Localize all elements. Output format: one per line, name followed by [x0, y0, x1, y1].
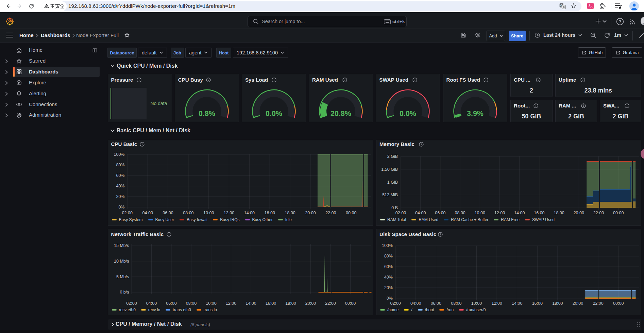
svg-text:18:00: 18:00: [554, 211, 564, 215]
svg-text:16:00: 16:00: [534, 211, 544, 215]
svg-text:0.8%: 0.8%: [199, 110, 215, 118]
svg-text:20:00: 20:00: [305, 211, 316, 215]
svg-text:10:00: 10:00: [475, 211, 485, 215]
svg-text:12:00: 12:00: [494, 211, 505, 215]
svg-text:0 b/s: 0 b/s: [120, 290, 129, 295]
svg-text:3.9%: 3.9%: [467, 110, 483, 118]
svg-text:100%: 100%: [382, 243, 393, 248]
svg-text:12:00: 12:00: [491, 301, 502, 306]
svg-text:06:00: 06:00: [166, 301, 176, 306]
svg-text:10:00: 10:00: [206, 301, 216, 306]
svg-text:08:00: 08:00: [451, 301, 461, 306]
svg-text:08:00: 08:00: [186, 301, 196, 306]
svg-text:20.8%: 20.8%: [331, 110, 351, 118]
svg-text:0 B: 0 B: [391, 205, 398, 210]
svg-text:20%: 20%: [116, 194, 124, 199]
svg-text:02:00: 02:00: [122, 211, 132, 215]
svg-text:40%: 40%: [116, 184, 124, 188]
svg-text:02:00: 02:00: [395, 211, 406, 215]
svg-text:14:00: 14:00: [514, 211, 525, 215]
svg-text:0%: 0%: [387, 296, 393, 301]
svg-text:22:00: 22:00: [325, 301, 336, 306]
svg-text:?: ?: [619, 19, 622, 24]
svg-text:00:00: 00:00: [345, 301, 355, 306]
svg-text:06:00: 06:00: [435, 211, 445, 215]
svg-text:04:00: 04:00: [146, 301, 156, 306]
svg-text:04:00: 04:00: [415, 211, 426, 215]
svg-text:1.50 GiB: 1.50 GiB: [381, 167, 398, 172]
svg-text:16:00: 16:00: [265, 301, 276, 306]
svg-text:2 GiB: 2 GiB: [387, 154, 398, 159]
svg-text:512 MiB: 512 MiB: [382, 193, 398, 197]
svg-text:20%: 20%: [384, 285, 393, 290]
svg-text:12:00: 12:00: [223, 211, 234, 215]
svg-text:60%: 60%: [116, 173, 124, 178]
svg-text:14:00: 14:00: [512, 301, 522, 306]
svg-text:04:00: 04:00: [410, 301, 421, 306]
svg-text:12:00: 12:00: [225, 301, 236, 306]
svg-text:18:00: 18:00: [285, 301, 296, 306]
svg-text:80%: 80%: [384, 254, 393, 259]
svg-text:20:00: 20:00: [573, 301, 583, 306]
svg-text:02:00: 02:00: [126, 301, 137, 306]
svg-text:20:00: 20:00: [574, 211, 584, 215]
svg-text:08:00: 08:00: [183, 211, 193, 215]
svg-text:16:00: 16:00: [532, 301, 543, 306]
svg-text:10 Mb/s: 10 Mb/s: [114, 259, 129, 264]
svg-text:06:00: 06:00: [431, 301, 441, 306]
svg-text:06:00: 06:00: [163, 211, 173, 215]
svg-text:10:00: 10:00: [471, 301, 482, 306]
svg-text:20:00: 20:00: [305, 301, 316, 306]
svg-text:5 Mb/s: 5 Mb/s: [116, 274, 129, 279]
svg-text:0.0%: 0.0%: [400, 110, 416, 118]
svg-text:22:00: 22:00: [593, 301, 603, 306]
svg-text:10:00: 10:00: [203, 211, 214, 215]
svg-text:40%: 40%: [384, 275, 393, 280]
svg-text:18:00: 18:00: [552, 301, 563, 306]
svg-text:18:00: 18:00: [285, 211, 295, 215]
svg-text:00:00: 00:00: [613, 211, 624, 215]
svg-text:00:00: 00:00: [346, 211, 356, 215]
svg-text:14:00: 14:00: [244, 211, 254, 215]
svg-text:15 Mb/s: 15 Mb/s: [114, 243, 129, 248]
svg-text:22:00: 22:00: [325, 211, 336, 215]
svg-text:A: A: [591, 5, 593, 9]
svg-text:00:00: 00:00: [613, 301, 624, 306]
svg-text:02:00: 02:00: [390, 301, 401, 306]
svg-text:04:00: 04:00: [142, 211, 153, 215]
svg-text:0.0%: 0.0%: [266, 110, 282, 118]
svg-text:16:00: 16:00: [264, 211, 275, 215]
svg-text:08:00: 08:00: [455, 211, 465, 215]
svg-text:100%: 100%: [114, 152, 124, 157]
svg-text:60%: 60%: [384, 264, 393, 269]
svg-text:22:00: 22:00: [593, 211, 604, 215]
svg-text:14:00: 14:00: [245, 301, 256, 306]
svg-text:1 GiB: 1 GiB: [387, 180, 398, 185]
svg-text:80%: 80%: [116, 163, 124, 167]
svg-text:0%: 0%: [118, 205, 124, 210]
